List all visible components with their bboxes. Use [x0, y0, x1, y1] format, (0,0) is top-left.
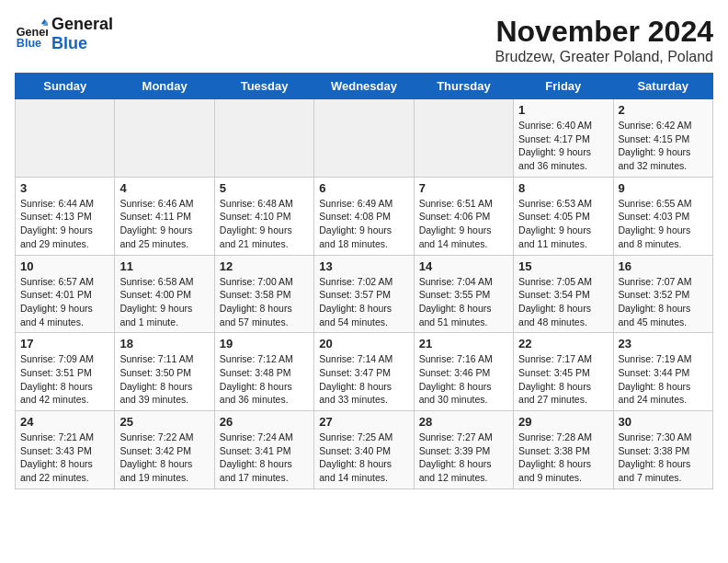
- calendar-table: SundayMondayTuesdayWednesdayThursdayFrid…: [15, 73, 713, 489]
- calendar-cell: [214, 99, 313, 178]
- day-number: 28: [419, 415, 508, 429]
- day-number: 25: [119, 415, 209, 429]
- day-number: 26: [220, 415, 309, 429]
- day-number: 11: [119, 259, 209, 273]
- calendar-cell: 17Sunrise: 7:09 AM Sunset: 3:51 PM Dayli…: [16, 333, 115, 411]
- calendar-cell: 12Sunrise: 7:00 AM Sunset: 3:58 PM Dayli…: [214, 255, 313, 333]
- cell-content: Sunrise: 6:53 AM Sunset: 4:05 PM Dayligh…: [518, 197, 608, 251]
- cell-content: Sunrise: 6:44 AM Sunset: 4:13 PM Dayligh…: [20, 197, 109, 251]
- day-number: 10: [20, 259, 109, 273]
- day-number: 23: [619, 337, 708, 350]
- day-number: 30: [619, 415, 708, 429]
- weekday-header-saturday: Saturday: [613, 74, 712, 99]
- calendar-week-3: 10Sunrise: 6:57 AM Sunset: 4:01 PM Dayli…: [16, 255, 713, 333]
- svg-text:Blue: Blue: [17, 37, 41, 50]
- logo-blue: Blue: [51, 34, 87, 52]
- day-number: 16: [619, 259, 708, 273]
- cell-content: Sunrise: 7:27 AM Sunset: 3:39 PM Dayligh…: [419, 431, 508, 485]
- weekday-header-thursday: Thursday: [414, 74, 513, 99]
- day-number: 27: [319, 415, 408, 429]
- weekday-header-monday: Monday: [115, 74, 214, 99]
- day-number: 13: [319, 259, 408, 273]
- calendar-cell: 5Sunrise: 6:48 AM Sunset: 4:10 PM Daylig…: [214, 177, 313, 255]
- calendar-cell: 1Sunrise: 6:40 AM Sunset: 4:17 PM Daylig…: [514, 99, 613, 178]
- cell-content: Sunrise: 7:05 AM Sunset: 3:54 PM Dayligh…: [518, 275, 608, 329]
- cell-content: Sunrise: 7:25 AM Sunset: 3:40 PM Dayligh…: [319, 431, 408, 485]
- calendar-cell: 21Sunrise: 7:16 AM Sunset: 3:46 PM Dayli…: [414, 333, 513, 411]
- cell-content: Sunrise: 6:42 AM Sunset: 4:15 PM Dayligh…: [619, 119, 708, 173]
- cell-content: Sunrise: 6:49 AM Sunset: 4:08 PM Dayligh…: [319, 197, 408, 251]
- cell-content: Sunrise: 6:51 AM Sunset: 4:06 PM Dayligh…: [419, 197, 508, 251]
- calendar-cell: 16Sunrise: 7:07 AM Sunset: 3:52 PM Dayli…: [613, 255, 712, 333]
- cell-content: Sunrise: 7:22 AM Sunset: 3:42 PM Dayligh…: [119, 431, 209, 485]
- calendar-week-2: 3Sunrise: 6:44 AM Sunset: 4:13 PM Daylig…: [16, 177, 713, 255]
- cell-content: Sunrise: 7:09 AM Sunset: 3:51 PM Dayligh…: [20, 352, 109, 407]
- cell-content: Sunrise: 6:46 AM Sunset: 4:11 PM Dayligh…: [119, 197, 209, 251]
- cell-content: Sunrise: 7:30 AM Sunset: 3:38 PM Dayligh…: [619, 431, 708, 485]
- calendar-cell: 22Sunrise: 7:17 AM Sunset: 3:45 PM Dayli…: [514, 333, 613, 411]
- calendar-week-4: 17Sunrise: 7:09 AM Sunset: 3:51 PM Dayli…: [16, 333, 713, 411]
- cell-content: Sunrise: 6:55 AM Sunset: 4:03 PM Dayligh…: [619, 197, 708, 251]
- cell-content: Sunrise: 7:21 AM Sunset: 3:43 PM Dayligh…: [20, 431, 109, 485]
- day-number: 2: [619, 103, 708, 117]
- day-number: 6: [319, 181, 408, 195]
- weekday-header-row: SundayMondayTuesdayWednesdayThursdayFrid…: [16, 74, 713, 99]
- weekday-header-tuesday: Tuesday: [214, 74, 313, 99]
- calendar-cell: 19Sunrise: 7:12 AM Sunset: 3:48 PM Dayli…: [214, 333, 313, 411]
- day-number: 4: [119, 181, 209, 195]
- weekday-header-wednesday: Wednesday: [314, 74, 414, 99]
- logo: General Blue General Blue: [15, 15, 113, 53]
- cell-content: Sunrise: 6:48 AM Sunset: 4:10 PM Dayligh…: [220, 197, 309, 251]
- calendar-cell: 25Sunrise: 7:22 AM Sunset: 3:42 PM Dayli…: [115, 411, 214, 489]
- page-header: General Blue General Blue November 2024 …: [15, 15, 713, 65]
- cell-content: Sunrise: 7:28 AM Sunset: 3:38 PM Dayligh…: [518, 431, 608, 485]
- calendar-cell: 30Sunrise: 7:30 AM Sunset: 3:38 PM Dayli…: [613, 411, 712, 489]
- cell-content: Sunrise: 7:24 AM Sunset: 3:41 PM Dayligh…: [220, 431, 309, 485]
- cell-content: Sunrise: 6:40 AM Sunset: 4:17 PM Dayligh…: [518, 119, 608, 173]
- cell-content: Sunrise: 7:11 AM Sunset: 3:50 PM Dayligh…: [119, 352, 209, 407]
- cell-content: Sunrise: 7:07 AM Sunset: 3:52 PM Dayligh…: [619, 275, 708, 329]
- month-title: November 2024: [495, 15, 713, 49]
- title-block: November 2024 Brudzew, Greater Poland, P…: [495, 15, 713, 65]
- calendar-cell: 18Sunrise: 7:11 AM Sunset: 3:50 PM Dayli…: [115, 333, 214, 411]
- day-number: 29: [518, 415, 608, 429]
- calendar-cell: 10Sunrise: 6:57 AM Sunset: 4:01 PM Dayli…: [16, 255, 115, 333]
- calendar-cell: 15Sunrise: 7:05 AM Sunset: 3:54 PM Dayli…: [514, 255, 613, 333]
- calendar-week-1: 1Sunrise: 6:40 AM Sunset: 4:17 PM Daylig…: [16, 99, 713, 178]
- calendar-cell: [414, 99, 513, 178]
- calendar-cell: 27Sunrise: 7:25 AM Sunset: 3:40 PM Dayli…: [314, 411, 414, 489]
- day-number: 7: [419, 181, 508, 195]
- logo-general: General: [51, 15, 113, 34]
- calendar-cell: 6Sunrise: 6:49 AM Sunset: 4:08 PM Daylig…: [314, 177, 414, 255]
- day-number: 18: [119, 337, 209, 350]
- weekday-header-friday: Friday: [514, 74, 613, 99]
- cell-content: Sunrise: 7:16 AM Sunset: 3:46 PM Dayligh…: [419, 352, 508, 407]
- calendar-cell: 13Sunrise: 7:02 AM Sunset: 3:57 PM Dayli…: [314, 255, 414, 333]
- day-number: 24: [20, 415, 109, 429]
- calendar-week-5: 24Sunrise: 7:21 AM Sunset: 3:43 PM Dayli…: [16, 411, 713, 489]
- day-number: 21: [419, 337, 508, 350]
- calendar-cell: 20Sunrise: 7:14 AM Sunset: 3:47 PM Dayli…: [314, 333, 414, 411]
- calendar-cell: 24Sunrise: 7:21 AM Sunset: 3:43 PM Dayli…: [16, 411, 115, 489]
- logo-icon: General Blue: [15, 17, 48, 51]
- cell-content: Sunrise: 7:00 AM Sunset: 3:58 PM Dayligh…: [220, 275, 309, 329]
- calendar-cell: 11Sunrise: 6:58 AM Sunset: 4:00 PM Dayli…: [115, 255, 214, 333]
- cell-content: Sunrise: 6:57 AM Sunset: 4:01 PM Dayligh…: [20, 275, 109, 329]
- day-number: 22: [518, 337, 608, 350]
- location-title: Brudzew, Greater Poland, Poland: [495, 49, 713, 65]
- day-number: 12: [220, 259, 309, 273]
- calendar-cell: 7Sunrise: 6:51 AM Sunset: 4:06 PM Daylig…: [414, 177, 513, 255]
- calendar-cell: 29Sunrise: 7:28 AM Sunset: 3:38 PM Dayli…: [514, 411, 613, 489]
- day-number: 17: [20, 337, 109, 350]
- day-number: 19: [220, 337, 309, 350]
- calendar-cell: 8Sunrise: 6:53 AM Sunset: 4:05 PM Daylig…: [514, 177, 613, 255]
- weekday-header-sunday: Sunday: [16, 74, 115, 99]
- cell-content: Sunrise: 7:02 AM Sunset: 3:57 PM Dayligh…: [319, 275, 408, 329]
- day-number: 3: [20, 181, 109, 195]
- calendar-cell: 3Sunrise: 6:44 AM Sunset: 4:13 PM Daylig…: [16, 177, 115, 255]
- calendar-cell: 26Sunrise: 7:24 AM Sunset: 3:41 PM Dayli…: [214, 411, 313, 489]
- day-number: 15: [518, 259, 608, 273]
- day-number: 20: [319, 337, 408, 350]
- cell-content: Sunrise: 7:04 AM Sunset: 3:55 PM Dayligh…: [419, 275, 508, 329]
- day-number: 9: [619, 181, 708, 195]
